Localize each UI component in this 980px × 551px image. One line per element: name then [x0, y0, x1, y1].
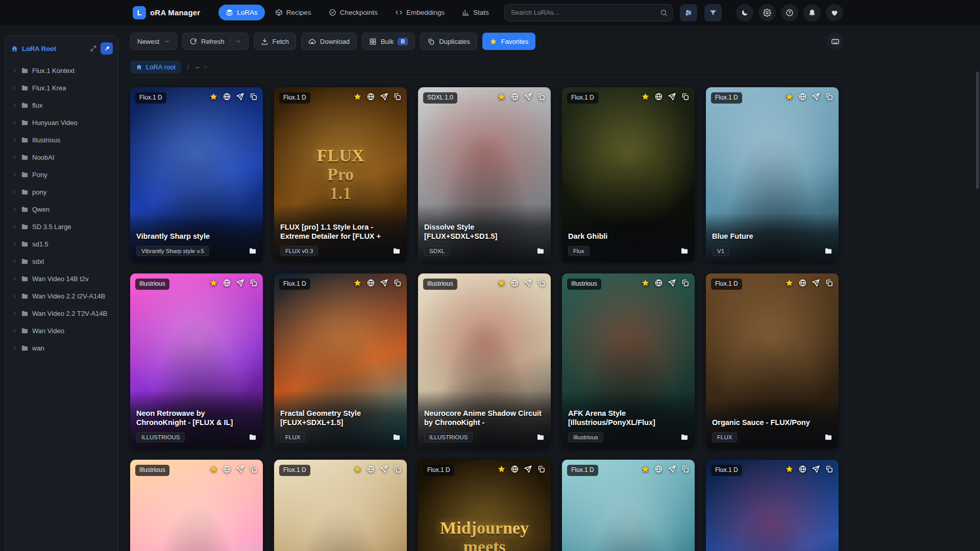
version-badge[interactable]: ILLUSTRIOUS — [424, 432, 473, 442]
copy-icon[interactable] — [393, 92, 402, 101]
sidebar-folder-item[interactable]: NoobAI — [8, 148, 116, 166]
copy-icon[interactable] — [537, 465, 546, 473]
settings-button[interactable] — [758, 4, 776, 21]
chevron-right-icon[interactable] — [12, 328, 17, 334]
favorite-star-icon[interactable] — [209, 92, 218, 101]
globe-icon[interactable] — [366, 92, 375, 101]
globe-icon[interactable] — [366, 465, 375, 473]
chevron-right-icon[interactable] — [12, 241, 17, 247]
tab-checkpoints[interactable]: Checkpoints — [322, 5, 385, 20]
keyboard-shortcuts-button[interactable] — [826, 33, 844, 50]
copy-icon[interactable] — [825, 279, 834, 287]
favorite-star-icon[interactable] — [353, 92, 362, 101]
favorites-filter-button[interactable]: Favorites — [482, 33, 535, 50]
lora-card[interactable]: SDXL 1.0 Dissolve Style [FLUX+SDXL+SD1.5… — [418, 87, 551, 262]
favorite-star-icon[interactable] — [641, 92, 650, 101]
download-button[interactable]: Download — [301, 33, 357, 50]
sidebar-root-row[interactable]: LoRA Root — [6, 36, 118, 61]
page-scrollbar[interactable] — [976, 71, 979, 189]
folder-icon[interactable] — [393, 247, 401, 255]
copy-icon[interactable] — [393, 465, 402, 473]
tab-recipes[interactable]: Recipes — [268, 5, 318, 20]
sidebar-folder-item[interactable]: Wan Video 2.2 T2V-A14B — [8, 305, 116, 322]
lora-card[interactable]: Flux.1 D — [274, 460, 407, 551]
search-options-button[interactable] — [680, 4, 697, 21]
chevron-right-icon[interactable] — [12, 311, 17, 316]
version-badge[interactable]: FLUX — [712, 432, 737, 442]
folder-icon[interactable] — [536, 247, 545, 255]
sidebar-folder-item[interactable]: flux — [8, 96, 116, 114]
favorite-star-icon[interactable] — [209, 465, 218, 473]
send-icon[interactable] — [236, 92, 244, 101]
expand-icon[interactable] — [90, 45, 97, 52]
chevron-right-icon[interactable] — [12, 345, 17, 351]
lora-card[interactable]: Illustrious Neon Retrowave by ChronoKnig… — [130, 273, 263, 448]
filter-button[interactable] — [704, 4, 722, 21]
favorite-star-icon[interactable] — [497, 279, 506, 287]
send-icon[interactable] — [812, 465, 820, 473]
version-badge[interactable]: SDXL — [424, 246, 450, 256]
send-icon[interactable] — [380, 465, 388, 473]
favorite-star-icon[interactable] — [641, 279, 650, 287]
send-icon[interactable] — [524, 279, 532, 287]
chevron-right-icon[interactable] — [12, 207, 17, 212]
sidebar-folder-item[interactable]: Flux.1 Kontext — [8, 62, 116, 79]
favorite-star-icon[interactable] — [785, 465, 794, 473]
copy-icon[interactable] — [249, 92, 258, 101]
sidebar-folder-item[interactable]: Illustrious — [8, 131, 116, 148]
favorites-heart-button[interactable] — [826, 4, 843, 21]
globe-icon[interactable] — [510, 465, 519, 473]
folder-icon[interactable] — [824, 433, 832, 441]
copy-icon[interactable] — [681, 465, 690, 473]
copy-icon[interactable] — [249, 465, 258, 473]
send-icon[interactable] — [812, 92, 820, 101]
globe-icon[interactable] — [510, 92, 519, 101]
duplicates-button[interactable]: Duplicates — [420, 33, 477, 50]
sidebar-folder-item[interactable]: SD 3.5 Large — [8, 218, 116, 235]
send-icon[interactable] — [668, 279, 676, 287]
version-badge[interactable]: V1 — [712, 246, 729, 256]
favorite-star-icon[interactable] — [785, 92, 794, 101]
version-badge[interactable]: Vibrantly Sharp style v.5 — [136, 246, 209, 256]
globe-icon[interactable] — [223, 92, 231, 101]
theme-toggle-button[interactable] — [736, 4, 753, 21]
lora-card[interactable]: Illustrious — [130, 460, 263, 551]
chevron-right-icon[interactable] — [12, 85, 17, 91]
globe-icon[interactable] — [798, 92, 807, 101]
fetch-button[interactable]: Fetch — [254, 33, 297, 50]
lora-card[interactable]: Flux.1 D — [706, 460, 839, 551]
chevron-right-icon[interactable] — [12, 172, 17, 178]
send-icon[interactable] — [380, 279, 388, 287]
refresh-button[interactable]: Refresh — [182, 33, 249, 50]
sort-select[interactable]: Newest — [130, 33, 177, 50]
copy-icon[interactable] — [393, 279, 402, 287]
folder-icon[interactable] — [393, 433, 401, 441]
bulk-button[interactable]: Bulk B — [362, 33, 415, 50]
folder-icon[interactable] — [680, 433, 689, 441]
folder-icon[interactable] — [249, 247, 257, 255]
sidebar-folder-item[interactable]: Wan Video 2.2 I2V-A14B — [8, 287, 116, 305]
globe-icon[interactable] — [654, 92, 663, 101]
chevron-right-icon[interactable] — [12, 276, 17, 282]
globe-icon[interactable] — [366, 279, 375, 287]
chevron-right-icon[interactable] — [12, 68, 17, 73]
lora-card[interactable]: Flux.1 D Organic Sauce - FLUX/Pony FLUX — [706, 273, 839, 448]
send-icon[interactable] — [380, 92, 388, 101]
favorite-star-icon[interactable] — [497, 465, 506, 473]
sidebar-folder-item[interactable]: Flux.1 Krea — [8, 79, 116, 96]
chevron-down-icon[interactable] — [235, 38, 241, 44]
copy-icon[interactable] — [825, 92, 834, 101]
send-icon[interactable] — [524, 465, 532, 473]
send-icon[interactable] — [668, 92, 676, 101]
chevron-right-icon[interactable] — [12, 224, 17, 230]
chevron-right-icon[interactable] — [12, 137, 17, 143]
tab-loras[interactable]: LoRAs — [218, 5, 265, 20]
copy-icon[interactable] — [537, 279, 546, 287]
version-badge[interactable]: ILLUSTRIOUS — [136, 432, 185, 442]
help-button[interactable] — [781, 4, 798, 21]
breadcrumb-root[interactable]: LoRA root — [130, 61, 181, 73]
sidebar-folder-item[interactable]: pony — [8, 183, 116, 201]
folder-icon[interactable] — [249, 433, 257, 441]
chevron-right-icon[interactable] — [12, 259, 17, 264]
copy-icon[interactable] — [249, 279, 258, 287]
